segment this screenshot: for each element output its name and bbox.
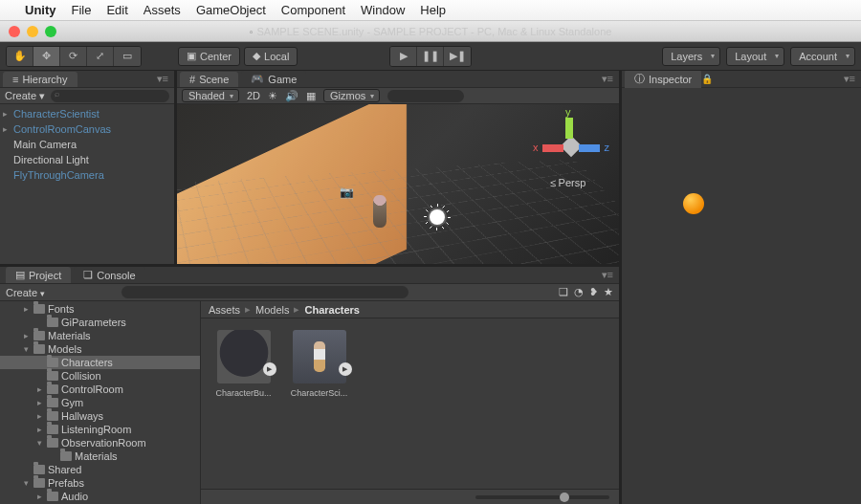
menu-assets[interactable]: Assets — [144, 3, 181, 17]
filter-type-icon[interactable]: ◔ — [574, 286, 584, 298]
scale-tool-button[interactable]: ⤢ — [87, 47, 114, 66]
folder-item[interactable]: ▸Hallways — [0, 409, 200, 423]
inspector-tab[interactable]: ⓘInspector — [625, 70, 701, 88]
fx-toggle-icon[interactable]: ▦ — [306, 90, 316, 102]
breadcrumb[interactable]: Assets▸ Models▸ Characters — [201, 301, 619, 318]
folder-item[interactable]: Collision — [0, 369, 200, 383]
menu-gameobject[interactable]: GameObject — [196, 3, 266, 17]
gizmos-dropdown[interactable]: Gizmos — [323, 89, 380, 102]
light-icon[interactable] — [430, 209, 445, 225]
hierarchy-create-button[interactable]: Create ▾ — [5, 90, 45, 102]
account-dropdown[interactable]: Account — [790, 47, 855, 66]
rect-tool-button[interactable]: ▭ — [114, 47, 141, 66]
folder-item[interactable]: Characters — [0, 356, 200, 369]
layout-dropdown[interactable]: Layout — [726, 47, 784, 66]
preview-play-icon[interactable]: ▶ — [263, 362, 276, 376]
thumbnail-size-slider[interactable] — [475, 495, 609, 499]
folder-item[interactable]: Materials — [0, 449, 200, 463]
scene-character[interactable] — [373, 195, 386, 228]
play-button[interactable]: ▶ — [390, 47, 417, 66]
hierarchy-tab[interactable]: ≡Hierarchy — [3, 72, 77, 87]
hierarchy-item[interactable]: FlyThroughCamera — [0, 167, 174, 183]
panel-menu-icon[interactable]: ▾≡ — [844, 73, 855, 85]
lock-icon[interactable]: 🔒 — [701, 74, 713, 84]
project-tab[interactable]: ▤Project — [6, 267, 71, 283]
folder-item[interactable]: ▸ControlRoom — [0, 383, 200, 396]
breadcrumb-item[interactable]: Assets — [209, 304, 240, 316]
folder-item[interactable]: ▸ListeningRoom — [0, 423, 200, 436]
folder-item[interactable]: ▸Materials — [0, 329, 200, 342]
window-title: ◦SAMPLE SCENE.unity - SAMPLE PROJECT - P… — [0, 25, 861, 38]
folder-item[interactable]: ▾Models — [0, 342, 200, 356]
pause-button[interactable]: ❚❚ — [417, 47, 444, 66]
transform-tools: ✋ ✥ ⟳ ⤢ ▭ — [6, 46, 142, 67]
folder-item[interactable]: ▾Prefabs — [0, 476, 200, 490]
asset-thumbnail: ▶ — [217, 330, 271, 383]
project-search-input[interactable] — [121, 286, 408, 298]
2d-toggle-button[interactable]: 2D — [247, 90, 260, 101]
inspector-panel: ⓘInspector 🔒 ▾≡ — [619, 71, 861, 504]
cursor-highlight-icon — [683, 193, 704, 214]
menu-window[interactable]: Window — [361, 3, 405, 17]
filter-label-icon[interactable]: ❥ — [589, 286, 598, 298]
folder-item[interactable]: Shared — [0, 463, 200, 476]
orientation-gizmo[interactable]: ≤ Persp — [542, 118, 600, 175]
folder-item[interactable]: ▸Gym — [0, 396, 200, 409]
folder-item[interactable]: ▸Audio — [0, 490, 200, 503]
panel-menu-icon[interactable]: ▾≡ — [602, 269, 613, 281]
hierarchy-item[interactable]: Directional Light — [0, 152, 174, 167]
folder-item[interactable]: ▸Fonts — [0, 302, 200, 316]
gizmo-z-axis[interactable] — [579, 144, 600, 152]
folder-item[interactable]: GiParameters — [0, 316, 200, 329]
folder-icon — [60, 451, 72, 461]
scene-viewport[interactable]: 📷 ≤ Persp — [177, 104, 619, 264]
gizmo-x-axis[interactable] — [542, 144, 563, 152]
console-icon: ❏ — [83, 269, 93, 281]
pivot-local-button[interactable]: ◆Local — [244, 47, 298, 66]
projection-label[interactable]: ≤ Persp — [550, 177, 585, 188]
folder-icon — [33, 478, 45, 488]
rotate-tool-button[interactable]: ⟳ — [60, 47, 87, 66]
folder-icon — [33, 331, 45, 340]
step-button[interactable]: ▶❚ — [444, 47, 471, 66]
menu-file[interactable]: File — [72, 3, 92, 17]
favorites-icon[interactable]: ★ — [604, 286, 613, 298]
hierarchy-search-input[interactable] — [51, 90, 169, 102]
audio-toggle-icon[interactable]: 🔊 — [285, 90, 298, 102]
console-tab[interactable]: ❏Console — [74, 267, 144, 283]
project-folder-tree[interactable]: ▸FontsGiParameters▸Materials▾ModelsChara… — [0, 301, 201, 504]
menu-component[interactable]: Component — [281, 3, 345, 17]
scene-search-input[interactable] — [387, 90, 464, 102]
preview-play-icon[interactable]: ▶ — [339, 362, 352, 376]
hierarchy-tree[interactable]: CharacterScientistControlRoomCanvasMain … — [0, 104, 174, 264]
asset-item[interactable]: ▶CharacterSci... — [288, 330, 350, 398]
breadcrumb-item[interactable]: Characters — [304, 304, 359, 316]
move-tool-button[interactable]: ✥ — [33, 47, 60, 66]
menu-unity[interactable]: Unity — [25, 3, 56, 17]
folder-item[interactable]: ▾ObservationRoom — [0, 436, 200, 449]
game-tab[interactable]: 🎮Game — [241, 71, 306, 87]
gizmo-y-axis[interactable] — [565, 118, 573, 139]
shading-dropdown[interactable]: Shaded — [182, 89, 239, 102]
asset-item[interactable]: ▶CharacterBu... — [212, 330, 275, 398]
folder-icon — [47, 318, 58, 327]
panel-menu-icon[interactable]: ▾≡ — [157, 73, 168, 85]
pivot-center-button[interactable]: ▣Center — [178, 47, 240, 66]
hierarchy-item[interactable]: CharacterScientist — [0, 106, 174, 121]
layers-dropdown[interactable]: Layers — [662, 47, 720, 66]
panel-menu-icon[interactable]: ▾≡ — [602, 73, 613, 85]
hand-tool-button[interactable]: ✋ — [7, 47, 33, 66]
hierarchy-item[interactable]: Main Camera — [0, 137, 174, 152]
project-assets-grid[interactable]: ▶CharacterBu...▶CharacterSci... — [201, 318, 619, 489]
hierarchy-item[interactable]: ControlRoomCanvas — [0, 121, 174, 137]
menu-help[interactable]: Help — [420, 3, 446, 17]
lighting-toggle-icon[interactable]: ☀ — [268, 90, 277, 102]
menu-edit[interactable]: Edit — [106, 3, 127, 17]
project-create-button[interactable]: Create ▾ — [6, 287, 45, 298]
scene-tab[interactable]: #Scene — [180, 72, 238, 87]
mac-menubar[interactable]: Unity File Edit Assets GameObject Compon… — [0, 0, 861, 21]
folder-icon — [33, 465, 45, 474]
save-search-icon[interactable]: ❑ — [559, 286, 568, 298]
asset-label: CharacterBu... — [215, 388, 271, 398]
breadcrumb-item[interactable]: Models — [255, 304, 289, 316]
